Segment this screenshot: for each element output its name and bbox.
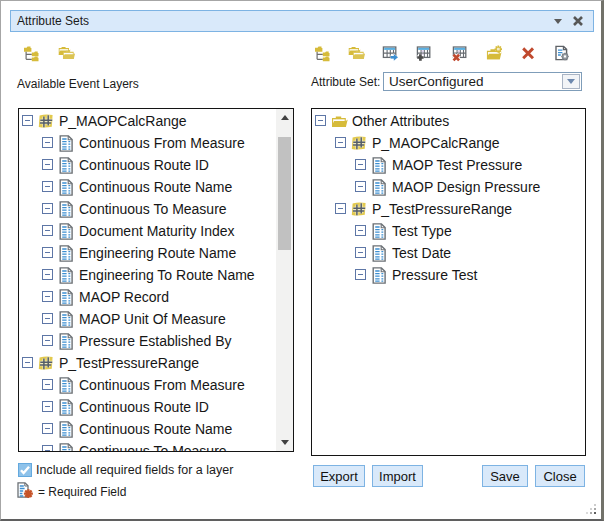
- tree-item[interactable]: MAOP Unit Of Measure: [19, 308, 276, 330]
- event-table-icon: [38, 113, 55, 130]
- table-add-button[interactable]: [416, 45, 434, 63]
- doc-icon: [371, 267, 388, 284]
- collapse-expander[interactable]: [42, 225, 53, 236]
- collapse-expander[interactable]: [42, 203, 53, 214]
- doc-icon: [58, 179, 75, 196]
- tree-item[interactable]: Document Maturity Index: [19, 220, 276, 242]
- event-table-icon: [351, 135, 368, 152]
- collapse-expander[interactable]: [355, 247, 366, 258]
- delete-x-icon: [520, 45, 537, 62]
- tree-item[interactable]: Test Type: [312, 220, 585, 242]
- collapse-expander[interactable]: [22, 357, 33, 368]
- collapse-expander[interactable]: [42, 247, 53, 258]
- collapse-expander[interactable]: [355, 225, 366, 236]
- tree-item[interactable]: P_MAOPCalcRange: [19, 110, 276, 132]
- tree-item[interactable]: Engineering Route Name: [19, 242, 276, 264]
- doc-icon: [58, 267, 75, 284]
- tree-item-label: P_TestPressureRange: [59, 352, 199, 374]
- tree-item[interactable]: MAOP Test Pressure: [312, 154, 585, 176]
- event-table-icon: [351, 201, 368, 218]
- collapse-expander[interactable]: [355, 159, 366, 170]
- save-button[interactable]: Save: [482, 465, 528, 487]
- table-remove-button[interactable]: [452, 45, 470, 63]
- attribute-set-value: UserConfigured: [389, 73, 484, 90]
- close-button[interactable]: [569, 12, 587, 30]
- tree-item[interactable]: P_MAOPCalcRange: [312, 132, 585, 154]
- tree-item[interactable]: Other Attributes: [312, 110, 585, 132]
- collapse-expander[interactable]: [22, 115, 33, 126]
- tree-item[interactable]: P_TestPressureRange: [312, 198, 585, 220]
- folders-open-button[interactable]: [348, 45, 366, 63]
- tree-item[interactable]: Continuous Route ID: [19, 154, 276, 176]
- delete-button[interactable]: [520, 45, 538, 63]
- tree-item[interactable]: Continuous Route Name: [19, 418, 276, 440]
- tree-item[interactable]: Continuous To Measure: [19, 198, 276, 220]
- doc-icon: [58, 267, 75, 284]
- doc-icon: [58, 157, 75, 174]
- scroll-down-button[interactable]: [276, 434, 293, 451]
- tree-item[interactable]: P_TestPressureRange: [19, 352, 276, 374]
- collapse-expander[interactable]: [42, 401, 53, 412]
- collapse-expander[interactable]: [335, 137, 346, 148]
- collapse-expander[interactable]: [42, 137, 53, 148]
- vertical-scrollbar[interactable]: [276, 109, 293, 451]
- tree-item[interactable]: Continuous Route ID: [19, 396, 276, 418]
- doc-icon: [58, 311, 75, 328]
- dropdown-arrow-button[interactable]: [562, 74, 580, 89]
- collapse-expander[interactable]: [42, 269, 53, 280]
- import-button[interactable]: Import: [372, 465, 423, 487]
- available-event-layers-panel: P_MAOPCalcRange Continuous From Measure …: [18, 108, 294, 452]
- tree-item[interactable]: Engineering To Route Name: [19, 264, 276, 286]
- scroll-up-button[interactable]: [276, 109, 293, 126]
- tree-item[interactable]: MAOP Record: [19, 286, 276, 308]
- tree-item[interactable]: MAOP Design Pressure: [312, 176, 585, 198]
- tree-item[interactable]: Pressure Established By: [19, 330, 276, 352]
- collapse-expander[interactable]: [335, 203, 346, 214]
- tree-item[interactable]: Continuous To Measure: [19, 440, 276, 452]
- collapse-expander[interactable]: [355, 181, 366, 192]
- folder-tree-icon: [314, 45, 331, 62]
- tree-item[interactable]: Continuous From Measure: [19, 374, 276, 396]
- folders-open-button[interactable]: [58, 45, 76, 63]
- collapse-button[interactable]: [549, 12, 567, 30]
- collapse-expander[interactable]: [42, 181, 53, 192]
- table-export-button[interactable]: [382, 45, 400, 63]
- tree-item[interactable]: Continuous Route Name: [19, 176, 276, 198]
- export-button[interactable]: Export: [313, 465, 365, 487]
- close-dialog-button[interactable]: Close: [535, 465, 585, 487]
- collapse-expander[interactable]: [42, 291, 53, 302]
- tree-item-label: Other Attributes: [352, 110, 449, 132]
- tree-item[interactable]: Continuous From Measure: [19, 132, 276, 154]
- collapse-expander[interactable]: [42, 313, 53, 324]
- folder-tree-button[interactable]: [23, 45, 41, 63]
- grip-dot: [594, 512, 596, 514]
- folder-new-button[interactable]: [486, 45, 504, 63]
- tree-item-label: MAOP Record: [79, 286, 169, 308]
- collapse-expander[interactable]: [315, 115, 326, 126]
- tree-item[interactable]: Test Date: [312, 242, 585, 264]
- event-table-icon: [38, 113, 55, 130]
- table-add-icon: [416, 45, 433, 62]
- attribute-set-dropdown[interactable]: UserConfigured: [383, 72, 582, 91]
- doc-icon: [58, 377, 75, 394]
- collapse-expander[interactable]: [42, 379, 53, 390]
- doc-icon: [58, 135, 75, 152]
- collapse-expander[interactable]: [42, 445, 53, 452]
- collapse-expander[interactable]: [42, 335, 53, 346]
- doc-icon: [58, 399, 75, 416]
- folder-tree-button[interactable]: [314, 45, 332, 63]
- collapse-expander[interactable]: [355, 269, 366, 280]
- collapse-expander[interactable]: [42, 423, 53, 434]
- tree-item[interactable]: Pressure Test: [312, 264, 585, 286]
- titlebar[interactable]: Attribute Sets: [10, 10, 594, 32]
- collapse-expander[interactable]: [42, 159, 53, 170]
- doc-icon: [58, 135, 75, 152]
- page-settings-button[interactable]: [554, 45, 572, 63]
- attribute-set-tree: Other Attributes P_MAOPCalcRange MAOP Te…: [312, 110, 585, 455]
- tree-item-label: Test Type: [392, 220, 452, 242]
- folder-tree-icon: [23, 45, 40, 62]
- include-required-fields-checkbox[interactable]: [18, 463, 32, 477]
- tree-item-label: Continuous To Measure: [79, 440, 227, 452]
- resize-grip[interactable]: [584, 502, 598, 516]
- scrollbar-thumb[interactable]: [278, 137, 291, 250]
